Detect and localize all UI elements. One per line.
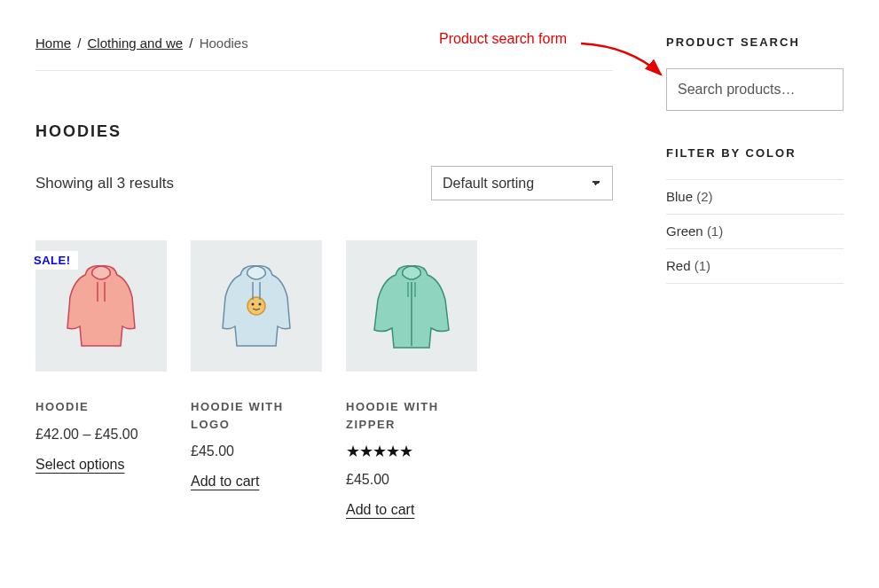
svg-point-2 [259, 303, 262, 306]
product-card: SALE! HOODIE £42.00 – £45.00 Select opti… [35, 240, 167, 518]
product-grid: SALE! HOODIE £42.00 – £45.00 Select opti… [35, 240, 613, 518]
breadcrumb-sep: / [77, 35, 81, 51]
product-card: HOODIE WITH ZIPPER ★★★★★ £45.00 Add to c… [346, 240, 477, 518]
add-to-cart-link[interactable]: Add to cart [346, 502, 414, 517]
product-title: HOODIE [35, 398, 167, 416]
product-price: £45.00 [191, 443, 322, 459]
sort-select[interactable]: Default sorting [431, 166, 613, 200]
list-item: Red (1) [666, 249, 844, 284]
search-input[interactable] [666, 68, 844, 111]
list-item: Blue (2) [666, 180, 844, 215]
page-title: HOODIES [35, 122, 613, 141]
product-image-link[interactable] [191, 240, 322, 372]
shop-toolbar: Showing all 3 results Default sorting [35, 166, 613, 200]
breadcrumb-home[interactable]: Home [35, 35, 71, 51]
product-card: HOODIE WITH LOGO £45.00 Add to cart [191, 240, 322, 518]
annotation-label: Product search form [439, 31, 567, 47]
sale-badge: SALE! [27, 251, 78, 270]
star-rating: ★★★★★ [346, 442, 477, 461]
main-content: Home / Clothing and we / Hoodies HOODIES… [35, 35, 666, 518]
breadcrumb-category[interactable]: Clothing and we [88, 35, 184, 51]
filter-color-link[interactable]: Blue (2) [666, 189, 713, 204]
hoodie-image [57, 257, 145, 355]
svg-point-0 [247, 297, 265, 315]
add-to-cart-link[interactable]: Add to cart [191, 474, 259, 489]
filter-widget-title: FILTER BY COLOR [666, 146, 844, 160]
product-image-link[interactable] [346, 240, 477, 372]
search-widget-title: PRODUCT SEARCH [666, 35, 844, 49]
product-title: HOODIE WITH ZIPPER [346, 398, 477, 433]
breadcrumb-current: Hoodies [200, 35, 248, 51]
product-image-link[interactable]: SALE! [35, 240, 167, 372]
result-count: Showing all 3 results [35, 175, 174, 192]
select-options-link[interactable]: Select options [35, 457, 125, 472]
filter-color-link[interactable]: Green (1) [666, 223, 723, 239]
hoodie-image [367, 257, 456, 355]
hoodie-image [212, 257, 301, 355]
svg-point-1 [252, 303, 255, 306]
color-filter-list: Blue (2) Green (1) Red (1) [666, 179, 844, 284]
list-item: Green (1) [666, 215, 844, 249]
product-title: HOODIE WITH LOGO [191, 398, 322, 433]
breadcrumb-sep: / [189, 35, 192, 51]
sidebar: PRODUCT SEARCH FILTER BY COLOR Blue (2) … [666, 35, 844, 518]
product-price: £42.00 – £45.00 [35, 427, 167, 443]
product-price: £45.00 [346, 472, 477, 488]
filter-color-link[interactable]: Red (1) [666, 258, 710, 273]
